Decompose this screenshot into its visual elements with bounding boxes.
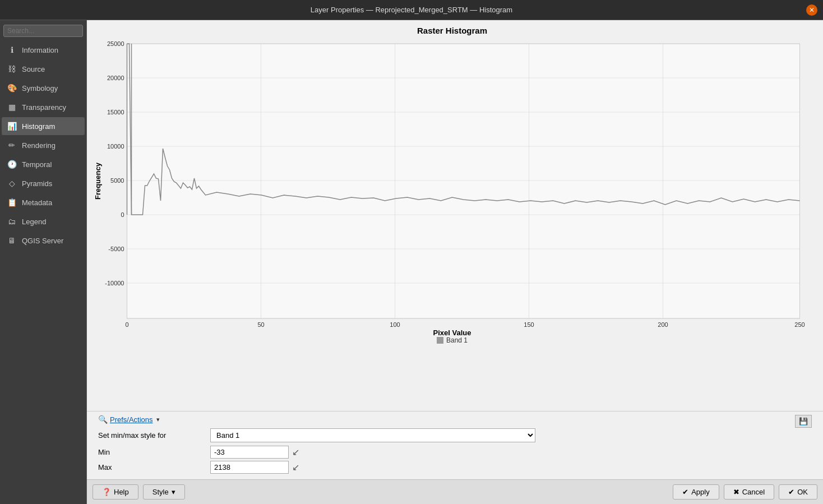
min-input[interactable] [210,446,289,459]
sidebar-label-symbology: Symbology [22,84,58,93]
sidebar-item-legend[interactable]: 🗂 Legend [2,212,85,230]
left-buttons: ❓ Help Style ▾ [93,484,185,500]
max-label: Max [98,463,210,471]
search-input[interactable] [3,25,83,37]
sidebar: ℹ Information ⛓ Source 🎨 Symbology ▦ Tra… [0,20,87,504]
cancel-x-icon: ✖ [733,488,739,496]
metadata-icon: 📋 [6,197,17,208]
window-title: Layer Properties — Reprojected_Merged_SR… [311,6,512,14]
qgis-server-icon: 🖥 [6,235,17,246]
svg-text:0: 0 [121,211,124,218]
prefs-label[interactable]: Prefs/Actions [110,415,153,424]
rendering-icon: ✏ [6,140,17,151]
chart-container: 25000 20000 15000 10000 5000 0 -5000 -10… [93,38,812,335]
sidebar-label-pyramids: Pyramids [22,179,52,188]
style-label: Style [152,488,169,496]
svg-text:5000: 5000 [110,177,124,184]
sidebar-item-pyramids[interactable]: ◇ Pyramids [2,174,85,192]
min-label: Min [98,448,210,456]
max-input[interactable] [210,461,289,474]
cancel-button[interactable]: ✖ Cancel [724,484,774,500]
sidebar-label-qgis-server: QGIS Server [22,237,63,245]
min-row: Min ↙ [98,446,812,459]
bottom-panel: 🔍 Prefs/Actions ▾ 💾 Set min/max style fo… [87,411,823,479]
svg-text:50: 50 [257,321,264,328]
svg-text:10000: 10000 [107,143,124,150]
sidebar-item-qgis-server[interactable]: 🖥 QGIS Server [2,232,85,249]
pyramids-icon: ◇ [6,178,17,189]
histogram-svg: 25000 20000 15000 10000 5000 0 -5000 -10… [93,38,812,335]
title-bar: Layer Properties — Reprojected_Merged_SR… [0,0,823,20]
svg-text:20000: 20000 [107,75,124,81]
sidebar-label-metadata: Metadata [22,198,52,207]
help-icon: ❓ [102,488,111,496]
sidebar-item-histogram[interactable]: 📊 Histogram [2,117,85,135]
svg-text:0: 0 [125,321,128,328]
band-select[interactable]: Band 1 Band 2 Band 3 [210,428,535,442]
apply-button[interactable]: ✔ Apply [673,484,719,500]
set-minmax-row: Set min/max style for Band 1 Band 2 Band… [98,428,812,442]
chart-area: Raster Histogram [87,20,823,411]
sidebar-label-temporal: Temporal [22,160,52,169]
apply-check-icon: ✔ [682,488,688,496]
svg-text:-10000: -10000 [105,280,124,286]
legend-label: Band 1 [446,336,468,344]
set-minmax-label: Set min/max style for [98,431,210,440]
source-icon: ⛓ [6,63,17,75]
sidebar-item-metadata[interactable]: 📋 Metadata [2,193,85,211]
sidebar-label-histogram: Histogram [22,122,55,131]
prefs-icon: 🔍 [98,415,108,424]
help-button[interactable]: ❓ Help [93,484,138,500]
cancel-label: Cancel [742,488,765,496]
histogram-icon: 📊 [6,121,17,132]
sidebar-label-rendering: Rendering [22,141,56,150]
ok-button[interactable]: ✔ OK [779,484,817,500]
sidebar-item-source[interactable]: ⛓ Source [2,60,85,78]
sidebar-label-transparency: Transparency [22,103,66,112]
sidebar-item-information[interactable]: ℹ Information [2,41,85,59]
ok-label: OK [797,488,808,496]
chart-title: Raster Histogram [93,26,812,35]
temporal-icon: 🕐 [6,159,17,170]
svg-text:250: 250 [794,321,804,328]
content-area: Raster Histogram [87,20,823,504]
help-label: Help [114,488,129,496]
sidebar-label-source: Source [22,65,45,73]
ok-check-icon: ✔ [788,488,794,496]
sidebar-label-information: Information [22,46,58,54]
legend-area: Band 1 [93,336,812,344]
legend-icon: 🗂 [6,216,17,227]
prefs-arrow: ▾ [156,416,160,423]
legend-color-box [437,337,443,344]
svg-text:100: 100 [390,321,400,328]
svg-rect-0 [127,44,800,318]
svg-text:150: 150 [524,321,534,328]
style-dropdown-icon: ▾ [172,488,175,496]
svg-text:15000: 15000 [107,109,124,115]
sidebar-item-symbology[interactable]: 🎨 Symbology [2,79,85,97]
sidebar-label-legend: Legend [22,218,46,226]
save-chart-button[interactable]: 💾 [795,415,812,428]
symbology-icon: 🎨 [6,82,17,94]
information-icon: ℹ [6,44,17,56]
max-apply-icon[interactable]: ↙ [292,462,299,473]
svg-text:Pixel Value: Pixel Value [433,329,471,335]
max-row: Max ↙ [98,461,812,474]
sidebar-item-rendering[interactable]: ✏ Rendering [2,136,85,154]
svg-text:200: 200 [658,321,668,328]
button-bar: ❓ Help Style ▾ ✔ Apply ✖ Cancel ✔ [87,479,823,504]
min-apply-icon[interactable]: ↙ [292,447,299,457]
svg-text:25000: 25000 [107,40,124,47]
apply-label: Apply [691,488,710,496]
transparency-icon: ▦ [6,101,17,113]
svg-text:Frequency: Frequency [94,162,102,200]
right-buttons: ✔ Apply ✖ Cancel ✔ OK [673,484,817,500]
close-button[interactable]: ✕ [806,4,817,16]
style-button[interactable]: Style ▾ [143,484,185,500]
sidebar-item-transparency[interactable]: ▦ Transparency [2,98,85,116]
svg-text:-5000: -5000 [108,246,124,252]
sidebar-item-temporal[interactable]: 🕐 Temporal [2,155,85,173]
